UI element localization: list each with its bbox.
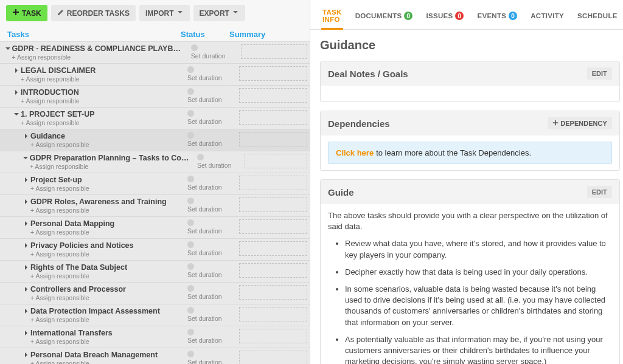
tab-task-info[interactable]: TASK INFO xyxy=(321,5,343,29)
summary-box[interactable] xyxy=(239,88,307,103)
assign-responsible[interactable]: + Assign responsible xyxy=(30,141,89,148)
task-row[interactable]: GDPR Roles, Awareness and Training+ Assi… xyxy=(0,194,310,216)
chevron-right-icon[interactable] xyxy=(22,221,30,227)
chevron-right-icon[interactable] xyxy=(12,89,21,95)
set-duration[interactable]: Set duration xyxy=(187,140,222,147)
task-row[interactable]: Project Set-up+ Assign responsibleSet du… xyxy=(0,173,310,194)
task-row[interactable]: Controllers and Processor+ Assign respon… xyxy=(0,282,310,304)
edit-deal-notes-button[interactable]: EDIT xyxy=(587,67,612,80)
assign-responsible[interactable]: + Assign responsible xyxy=(21,75,96,83)
status-dot[interactable] xyxy=(187,219,194,226)
tab-activity[interactable]: ACTIVITY xyxy=(529,9,565,26)
status-dot[interactable] xyxy=(187,110,194,117)
set-duration[interactable]: Set duration xyxy=(187,227,222,235)
task-row[interactable]: GDPR - READINESS & COMPLIANCE PLAYBOOK+ … xyxy=(0,41,310,63)
task-row[interactable]: Guidance+ Assign responsibleSet duration xyxy=(0,129,310,151)
chevron-right-icon[interactable] xyxy=(22,286,30,292)
import-button[interactable]: IMPORT xyxy=(139,5,190,21)
tab-schedule[interactable]: SCHEDULE xyxy=(576,9,619,26)
set-duration[interactable]: Set duration xyxy=(187,293,222,300)
summary-box[interactable] xyxy=(239,241,307,256)
set-duration[interactable]: Set duration xyxy=(187,337,222,344)
chevron-right-icon[interactable] xyxy=(22,352,30,358)
assign-responsible[interactable]: + Assign responsible xyxy=(30,163,191,170)
status-dot[interactable] xyxy=(187,132,194,139)
tab-documents[interactable]: DOCUMENTS 0 xyxy=(354,8,414,26)
status-dot[interactable] xyxy=(187,329,194,335)
chevron-down-icon[interactable] xyxy=(12,111,21,117)
task-row[interactable]: Privacy Policies and Notices+ Assign res… xyxy=(0,238,310,260)
chevron-right-icon[interactable] xyxy=(22,330,30,336)
summary-box[interactable] xyxy=(239,285,307,300)
status-dot[interactable] xyxy=(197,154,204,160)
status-dot[interactable] xyxy=(187,285,194,292)
task-row[interactable]: Personal Data Mapping+ Assign responsibl… xyxy=(0,216,310,238)
chevron-down-icon[interactable] xyxy=(4,46,12,52)
chevron-right-icon[interactable] xyxy=(22,199,30,205)
reorder-tasks-button[interactable]: REORDER TASKS xyxy=(51,5,136,21)
summary-box[interactable] xyxy=(239,263,307,278)
task-row[interactable]: International Transfers+ Assign responsi… xyxy=(0,326,310,348)
chevron-right-icon[interactable] xyxy=(12,67,21,74)
summary-box[interactable] xyxy=(239,197,307,212)
set-duration[interactable]: Set duration xyxy=(187,96,222,103)
set-duration[interactable]: Set duration xyxy=(187,205,222,213)
assign-responsible[interactable]: + Assign responsible xyxy=(30,294,126,301)
set-duration[interactable]: Set duration xyxy=(197,162,232,169)
assign-responsible[interactable]: + Assign responsible xyxy=(30,207,167,214)
status-dot[interactable] xyxy=(187,307,194,314)
dependencies-learn-link[interactable]: Click here xyxy=(336,148,374,157)
summary-box[interactable] xyxy=(245,154,307,168)
add-dependency-button[interactable]: DEPENDENCY xyxy=(548,117,611,129)
assign-responsible[interactable]: + Assign responsible xyxy=(30,272,127,280)
summary-box[interactable] xyxy=(239,329,307,343)
set-duration[interactable]: Set duration xyxy=(187,184,222,191)
status-dot[interactable] xyxy=(187,176,194,182)
assign-responsible[interactable]: + Assign responsible xyxy=(30,338,113,345)
assign-responsible[interactable]: + Assign responsible xyxy=(30,360,158,364)
summary-box[interactable] xyxy=(239,176,307,190)
chevron-down-icon[interactable] xyxy=(22,155,30,161)
tab-events[interactable]: EVENTS 0 xyxy=(476,8,518,26)
status-dot[interactable] xyxy=(187,241,194,248)
edit-guide-button[interactable]: EDIT xyxy=(587,186,612,198)
export-button[interactable]: EXPORT xyxy=(193,5,245,21)
task-row[interactable]: INTRODUCTION+ Assign responsibleSet dura… xyxy=(0,85,310,107)
task-row[interactable]: Personal Data Breach Management+ Assign … xyxy=(0,348,310,364)
task-row[interactable]: LEGAL DISCLAIMER+ Assign responsibleSet … xyxy=(0,63,310,85)
set-duration[interactable]: Set duration xyxy=(187,74,222,81)
tab-issues[interactable]: ISSUES 0 xyxy=(425,8,465,26)
task-row[interactable]: GDPR Preparation Planning – Tasks to Com… xyxy=(0,151,310,173)
status-dot[interactable] xyxy=(187,263,194,270)
assign-responsible[interactable]: + Assign responsible xyxy=(21,119,95,126)
set-duration[interactable]: Set duration xyxy=(187,271,222,278)
summary-box[interactable] xyxy=(239,66,307,81)
status-dot[interactable] xyxy=(187,197,194,204)
add-task-button[interactable]: TASK xyxy=(6,5,47,21)
status-dot[interactable] xyxy=(191,44,198,51)
col-tasks[interactable]: Tasks xyxy=(7,30,178,39)
set-duration[interactable]: Set duration xyxy=(191,52,226,60)
set-duration[interactable]: Set duration xyxy=(187,359,222,364)
chevron-right-icon[interactable] xyxy=(22,242,30,249)
summary-box[interactable] xyxy=(239,307,307,321)
status-dot[interactable] xyxy=(187,88,194,95)
summary-box[interactable] xyxy=(239,351,307,364)
chevron-right-icon[interactable] xyxy=(22,177,30,183)
chevron-right-icon[interactable] xyxy=(22,133,30,139)
status-dot[interactable] xyxy=(187,66,194,73)
status-dot[interactable] xyxy=(187,351,194,357)
col-summary[interactable]: Summary xyxy=(229,30,302,39)
set-duration[interactable]: Set duration xyxy=(187,249,222,256)
assign-responsible[interactable]: + Assign responsible xyxy=(21,97,80,105)
assign-responsible[interactable]: + Assign responsible xyxy=(30,185,89,192)
task-row[interactable]: Rights of The Data Subject+ Assign respo… xyxy=(0,260,310,282)
set-duration[interactable]: Set duration xyxy=(187,315,222,322)
summary-box[interactable] xyxy=(241,44,307,59)
assign-responsible[interactable]: + Assign responsible xyxy=(12,53,185,61)
task-row[interactable]: Data Protection Impact Assessment+ Assig… xyxy=(0,304,310,326)
task-row[interactable]: 1. PROJECT SET-UP+ Assign responsibleSet… xyxy=(0,107,310,129)
set-duration[interactable]: Set duration xyxy=(187,118,222,125)
chevron-right-icon[interactable] xyxy=(22,264,30,270)
chevron-right-icon[interactable] xyxy=(22,308,30,314)
